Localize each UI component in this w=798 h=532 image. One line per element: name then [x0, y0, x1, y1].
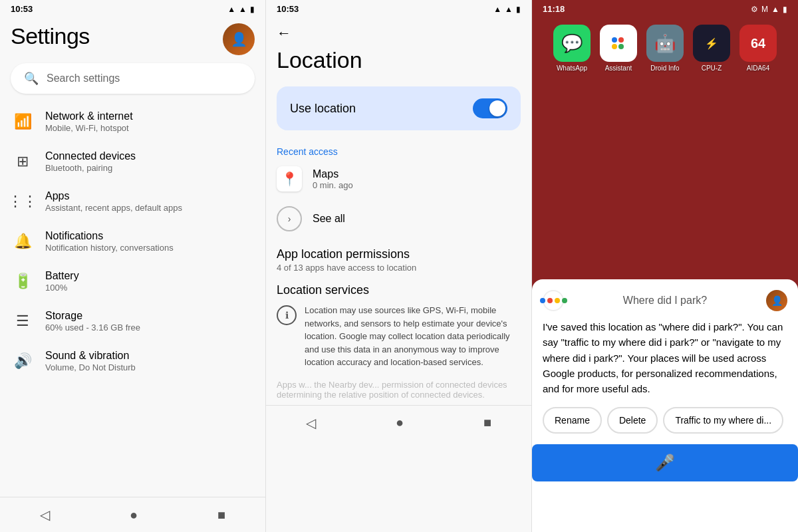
location-panel: 10:53 ▲ ▲ ▮ ← Location Use location Rece… [266, 0, 532, 532]
avatar[interactable]: 👤 [223, 23, 255, 55]
droid-app[interactable]: 🤖 Droid Info [646, 25, 684, 72]
home-button-1[interactable]: ● [116, 505, 151, 525]
settings-item-connected[interactable]: ⊞ Connected devices Bluetooth, pairing [0, 142, 265, 182]
whatsapp-icon: 💬 [553, 25, 591, 62]
back-button-1[interactable]: ◁ [27, 504, 63, 525]
wifi-icon-3: ▲ [771, 5, 779, 14]
maps-access-item: 📍 Maps 0 min. ago [266, 160, 531, 198]
cpuz-app[interactable]: ⚡ CPU-Z [693, 25, 730, 72]
sound-title: Sound & vibration [45, 350, 255, 362]
assistant-dots [540, 298, 567, 303]
see-all-text: See all [313, 213, 345, 225]
notifications-icon: 🔔 [11, 229, 35, 253]
mic-bar[interactable]: 🎤 [532, 444, 798, 481]
signal-icon: ▲ [239, 5, 247, 14]
settings-item-sound[interactable]: 🔊 Sound & vibration Volume, Do Not Distu… [0, 341, 265, 381]
settings-list: 📶 Network & internet Mobile, Wi-Fi, hots… [0, 102, 265, 497]
chat-header: Where did I park? 👤 [543, 290, 787, 311]
storage-icon: ☰ [11, 309, 35, 333]
aida-icon: 64 [739, 25, 777, 62]
search-icon: 🔍 [24, 71, 39, 86]
notifications-title: Notifications [45, 230, 255, 242]
status-bar-2: 10:53 ▲ ▲ ▮ [266, 0, 531, 18]
settings-item-battery[interactable]: 🔋 Battery 100% [0, 261, 265, 301]
droid-icon: 🤖 [646, 25, 684, 62]
recents-button-2[interactable]: ■ [470, 412, 505, 433]
location-header: ← [266, 18, 531, 45]
location-services-title: Location services [277, 283, 521, 297]
use-location-card[interactable]: Use location [277, 86, 521, 130]
mail-icon: M [761, 5, 768, 14]
battery-icon: 🔋 [11, 269, 35, 293]
assistant-panel: 11:18 ⚙ M ▲ ▮ 💬 WhatsApp Assistant [532, 0, 798, 532]
sound-subtitle: Volume, Do Not Disturb [45, 362, 255, 372]
battery-icon-2: ▮ [516, 5, 521, 14]
maps-app-title: Maps [313, 168, 353, 180]
droid-label: Droid Info [650, 65, 679, 72]
aida-app[interactable]: 64 AIDA64 [739, 25, 777, 72]
storage-title: Storage [45, 310, 255, 322]
location-title: Location [266, 45, 531, 81]
rename-button[interactable]: Rename [543, 407, 602, 434]
connected-subtitle: Bluetooth, pairing [45, 163, 255, 173]
dot-yellow [555, 298, 560, 303]
chat-overlay: Where did I park? 👤 I've saved this loca… [532, 279, 798, 532]
settings-panel: 10:53 ▲ ▲ ▮ Settings 👤 🔍 Search settings… [0, 0, 266, 532]
page-title: Settings [11, 23, 90, 49]
action-buttons: Rename Delete Traffic to my where di... [543, 407, 787, 434]
see-all-item[interactable]: › See all [266, 198, 531, 239]
network-title: Network & internet [45, 110, 255, 122]
status-time-2: 10:53 [277, 4, 299, 14]
apps-subtitle: Assistant, recent apps, default apps [45, 203, 255, 213]
signal-icon-2: ▲ [505, 5, 513, 14]
settings-item-network[interactable]: 📶 Network & internet Mobile, Wi-Fi, hots… [0, 102, 265, 142]
settings-header: Settings 👤 [0, 18, 265, 61]
status-time-3: 11:18 [543, 4, 565, 14]
back-arrow[interactable]: ← [277, 25, 291, 42]
network-icon: 📶 [11, 110, 35, 134]
chat-user-avatar: 👤 [766, 290, 787, 311]
battery-subtitle: 100% [45, 283, 255, 293]
back-button-2[interactable]: ◁ [293, 412, 329, 434]
assistant-label: Assistant [605, 65, 632, 72]
location-services-description: Location may use sources like GPS, Wi-Fi… [305, 304, 521, 369]
battery-icon-3: ▮ [783, 5, 787, 14]
storage-subtitle: 60% used - 3.16 GB free [45, 323, 255, 332]
status-bar-3: 11:18 ⚙ M ▲ ▮ [532, 0, 798, 18]
info-icon: ℹ [277, 305, 297, 325]
assistant-logo [543, 290, 564, 311]
sound-icon: 🔊 [11, 349, 35, 373]
status-bar-1: 10:53 ▲ ▲ ▮ [0, 0, 265, 18]
wifi-icon-2: ▲ [493, 5, 501, 14]
delete-button[interactable]: Delete [607, 407, 658, 434]
wifi-icon: ▲ [227, 5, 235, 14]
maps-icon: 📍 [277, 166, 302, 192]
maps-access-time: 0 min. ago [313, 180, 353, 190]
assistant-app[interactable]: Assistant [600, 25, 637, 72]
search-bar[interactable]: 🔍 Search settings [11, 63, 255, 94]
home-button-2[interactable]: ● [382, 412, 417, 433]
assistant-icon [600, 25, 637, 62]
settings-item-apps[interactable]: ⋮⋮ Apps Assistant, recent apps, default … [0, 182, 265, 221]
status-icons-2: ▲ ▲ ▮ [493, 5, 521, 14]
whatsapp-label: WhatsApp [557, 65, 587, 72]
settings-item-notifications[interactable]: 🔔 Notifications Notification history, co… [0, 221, 265, 261]
settings-item-storage[interactable]: ☰ Storage 60% used - 3.16 GB free [0, 301, 265, 341]
battery-icon-1: ▮ [250, 5, 255, 14]
whatsapp-app[interactable]: 💬 WhatsApp [553, 25, 591, 72]
app-permissions-title: App location permissions [266, 239, 531, 263]
network-subtitle: Mobile, Wi-Fi, hotspot [45, 123, 255, 133]
battery-title: Battery [45, 270, 255, 282]
recents-button-1[interactable]: ■ [204, 505, 239, 525]
status-icons-1: ▲ ▲ ▮ [227, 5, 255, 14]
cpuz-icon: ⚡ [693, 25, 730, 62]
settings-icon-3: ⚙ [751, 5, 758, 14]
info-box: ℹ Location may use sources like GPS, Wi-… [277, 304, 521, 369]
location-toggle[interactable] [473, 98, 507, 118]
traffic-button[interactable]: Traffic to my where di... [663, 407, 783, 434]
status-time-1: 10:53 [11, 4, 33, 14]
chevron-right-icon: › [277, 206, 302, 231]
toggle-label: Use location [290, 102, 356, 116]
connected-icon: ⊞ [11, 150, 35, 174]
mic-icon: 🎤 [655, 454, 675, 472]
